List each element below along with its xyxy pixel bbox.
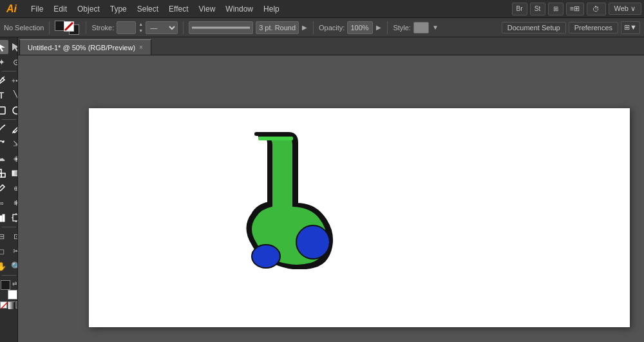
- document-tab[interactable]: Untitled-1* @ 50% (RGB/Preview) ×: [19, 39, 151, 55]
- tool-div-3: [2, 227, 16, 227]
- tool-div-2: [2, 119, 16, 120]
- gradient-tool[interactable]: [9, 166, 18, 180]
- warp-tool[interactable]: ☁: [0, 151, 8, 166]
- opacity-input[interactable]: [347, 21, 373, 34]
- rect-tool[interactable]: [0, 103, 8, 117]
- pen-tool[interactable]: [0, 73, 8, 88]
- rotate-tool[interactable]: [0, 137, 8, 151]
- timing-btn[interactable]: ⏱: [587, 3, 606, 15]
- svg-rect-12: [12, 171, 18, 176]
- svg-line-5: [3, 77, 5, 78]
- zoom-tool[interactable]: 🔍: [9, 259, 18, 273]
- blend-tool[interactable]: ∞: [0, 196, 8, 210]
- app-arrange-btn[interactable]: ≡⊞: [566, 3, 584, 15]
- pt-arrow-btn[interactable]: ▶: [301, 24, 308, 31]
- eyedropper-tool[interactable]: [0, 181, 8, 195]
- stroke-up-btn[interactable]: ▲: [138, 21, 143, 28]
- column-graph-tool[interactable]: [0, 211, 8, 225]
- background-color-swatch[interactable]: [8, 290, 17, 299]
- svg-rect-15: [0, 216, 2, 222]
- menu-object[interactable]: Object: [72, 3, 105, 15]
- pencil-tool[interactable]: [9, 122, 18, 136]
- tab-close-btn[interactable]: ×: [139, 44, 143, 51]
- fill-stroke-group: [55, 19, 80, 36]
- stroke-down-btn[interactable]: ▼: [138, 28, 143, 34]
- canvas-area[interactable]: Untitled-1* @ 50% (RGB/Preview) ×: [18, 37, 644, 342]
- style-label: Style:: [393, 24, 411, 32]
- anchor-add-tool[interactable]: +✒: [9, 73, 18, 88]
- svg-rect-16: [3, 214, 5, 222]
- stroke-profile-select[interactable]: —: [146, 21, 178, 34]
- hand-tool[interactable]: ✋: [0, 259, 8, 273]
- preferences-btn[interactable]: Preferences: [569, 22, 618, 33]
- magic-wand-tool[interactable]: ✦: [0, 55, 8, 69]
- ellipse-tool[interactable]: [9, 103, 18, 117]
- warp-tools: ☁ ◈: [0, 151, 18, 166]
- stroke-label: Stroke:: [91, 24, 114, 32]
- tool-div-4: [2, 275, 16, 276]
- opacity-arrow-btn[interactable]: ▶: [375, 24, 382, 31]
- slice-select-tool[interactable]: ⊡: [9, 229, 18, 243]
- slice-tools: ⊟ ⊡: [0, 229, 18, 243]
- style-swatch[interactable]: [413, 22, 429, 33]
- bridge-btn[interactable]: Br: [512, 3, 527, 15]
- stroke-color-indicator[interactable]: [64, 21, 74, 32]
- menu-help[interactable]: Help: [258, 3, 285, 15]
- measure-tool[interactable]: ⊕: [9, 181, 18, 195]
- color-swatch-group: ⇄: [1, 280, 17, 299]
- artboard[interactable]: [89, 108, 630, 327]
- menu-view[interactable]: View: [194, 3, 221, 15]
- pt-select[interactable]: 3 pt. Round: [256, 21, 299, 34]
- none-fill-btn[interactable]: [0, 301, 7, 309]
- style-arrow-btn[interactable]: ▼: [431, 24, 439, 31]
- tool-div-1: [2, 71, 16, 71]
- stroke-value-input[interactable]: [117, 21, 136, 34]
- divider5: [387, 21, 388, 34]
- menu-file[interactable]: File: [26, 3, 48, 15]
- stroke-style-display: [189, 21, 253, 34]
- menu-bar: Ai File Edit Object Type Select Effect V…: [0, 0, 644, 18]
- sock-group: [249, 134, 332, 268]
- foreground-color-swatch[interactable]: [1, 280, 10, 290]
- direct-select-tool[interactable]: [9, 40, 18, 54]
- sock-artwork: [218, 128, 346, 269]
- pen-tools: +✒: [0, 73, 18, 88]
- stock-btn[interactable]: St: [530, 3, 545, 15]
- scale-tool[interactable]: ⇲: [9, 137, 18, 151]
- menu-type[interactable]: Type: [105, 3, 132, 15]
- lasso-tool[interactable]: ⊙: [9, 55, 18, 69]
- svg-marker-4: [12, 43, 18, 52]
- sb-gradient-tools: [0, 166, 18, 180]
- eraser-tools: ◻ ✂: [0, 244, 18, 258]
- shape-builder-tool[interactable]: [0, 166, 8, 180]
- paintbrush-tool[interactable]: [0, 122, 8, 136]
- reshape-tool[interactable]: ◈: [9, 151, 18, 166]
- menu-edit[interactable]: Edit: [48, 3, 72, 15]
- grid-btn[interactable]: ⊞: [548, 3, 564, 15]
- menu-select[interactable]: Select: [132, 3, 164, 15]
- eyedropper-blend-tools: ⊕: [0, 181, 18, 195]
- main-area: ✦ ⊙ +✒ T ╲: [0, 37, 644, 342]
- svg-point-25: [252, 245, 280, 268]
- web-btn[interactable]: Web ∨: [609, 3, 641, 15]
- select-tool[interactable]: [0, 40, 8, 54]
- line-tool[interactable]: ╲: [9, 88, 18, 102]
- type-tool[interactable]: T: [0, 88, 8, 102]
- scissors-tool[interactable]: ✂: [9, 244, 18, 258]
- symbol-tool[interactable]: ❋: [9, 196, 18, 210]
- options-bar: No Selection Stroke: ▲ ▼ — 3 pt. Round ▶…: [0, 18, 644, 37]
- doc-setup-btn[interactable]: Document Setup: [502, 22, 566, 33]
- menu-window[interactable]: Window: [220, 3, 258, 15]
- svg-point-7: [13, 107, 19, 114]
- svg-rect-26: [258, 137, 293, 140]
- menu-effect[interactable]: Effect: [164, 3, 193, 15]
- artboard-container[interactable]: [18, 57, 644, 342]
- gradient-fill-btn[interactable]: [8, 301, 15, 309]
- divider3: [183, 21, 184, 34]
- artboard-tool[interactable]: [9, 211, 18, 225]
- swap-colors-btn[interactable]: ⇄: [12, 280, 17, 287]
- hand-zoom-tools: ✋ 🔍: [0, 259, 18, 273]
- slice-tool[interactable]: ⊟: [0, 229, 8, 243]
- eraser-tool[interactable]: ◻: [0, 244, 8, 258]
- arrange-btn[interactable]: ⊞▼: [621, 21, 640, 34]
